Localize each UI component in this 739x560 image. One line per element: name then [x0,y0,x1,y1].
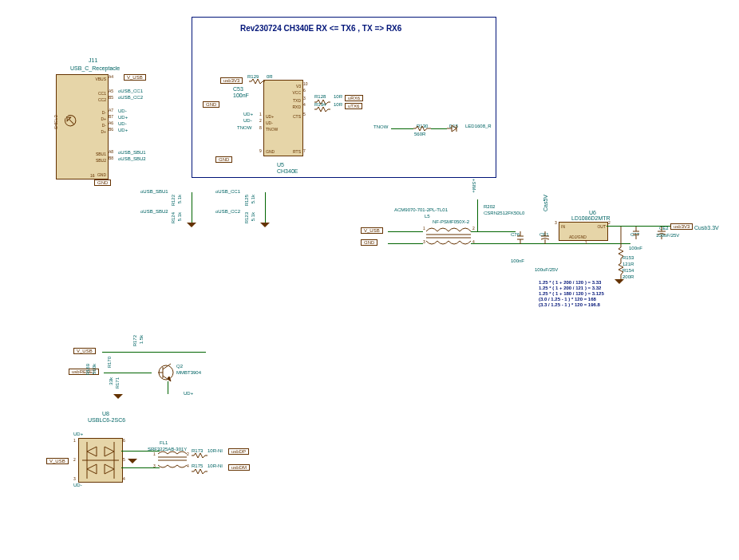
net-udp: UD+ [118,115,128,120]
shield-lbl: SHIELD [53,115,58,129]
r122v: 5.1k [177,195,182,203]
p-gnd: GND [97,172,106,177]
cas5v: Cas5V [543,195,548,211]
r122: R122 [171,195,176,206]
p-dp: D+ [101,116,106,121]
pn-b6: B6 [109,127,113,132]
calc-4: (3.3 / 1.25 - 1 ) * 120 = 196.8 [539,302,604,308]
net-sbu2: oUSB_SBU2 [118,156,146,161]
gnd-icon [260,223,270,227]
q2n: MMBT3904 [176,370,201,375]
sheet-title: Rev230724 CH340E RX <= TX6 , TX => RX6 [240,24,401,33]
tvs-diodes-icon [82,442,119,479]
reg-body: IN OUT ADJ/GND [559,222,608,241]
wire [477,199,478,231]
pn-a5: A5 [109,89,113,93]
esd-p5: 5 [123,457,125,462]
rst-ud: UD+ [184,391,193,396]
pn-a4: A4 [109,74,113,79]
calc-2: 1.25 * ( 1 + 180 / 120 ) = 3.125 [539,291,604,297]
ch-gndnet: GND [203,101,219,108]
c53: C53 [233,86,243,92]
r169: R169 [85,364,90,375]
ch340-body: V3 VCC TXD RXD CTS UD+ UD- TNOW GND RTS [263,80,303,156]
usb-icon: ⎋ [65,108,76,131]
usb-name: USB_C_Receptacle [70,65,120,71]
r130v: 560R [414,132,425,136]
rst-vusb: V_USB [73,348,96,354]
esd-p6: 6 [123,438,125,443]
p-cc2: CC2 [98,97,106,102]
psu-vusb: V_USB [361,227,383,234]
r202: R202 [484,204,495,209]
r123: R123 [244,212,249,223]
ch-tnow: TNOW [266,127,278,132]
psu-cls: Cusb3.3V [694,225,719,231]
gnd-icon [615,279,624,284]
resistor-icon [314,107,330,112]
polarized-cap-icon [541,231,549,244]
r175: R175 [192,463,203,468]
p-dn2: D- [102,123,106,128]
cm-p3: 3 [423,239,425,244]
r171: R171 [115,377,120,388]
capacitor-icon [633,227,639,239]
pn-rxd: 4 [303,102,306,107]
sim-flag: +SIM+ [472,179,476,193]
resistor-icon [192,453,207,458]
wire [265,192,266,223]
pn-txd: 3 [303,96,306,101]
common-mode-choke-icon [426,225,471,247]
r170: R170 [107,357,112,368]
r125v: 5.1k [251,195,255,203]
ch-rxd: RXD [292,105,301,109]
q2: Q2 [176,364,183,369]
calc-1: 1.25 * ( 1 + 200 / 121 ) = 3.32 [539,286,604,291]
p-sbu1: SBU1 [96,152,106,156]
net-urx6: uRX6 [345,95,363,101]
gnd-icon [128,459,137,463]
pn-b8: B8 [109,156,113,160]
resistor-icon [192,469,207,474]
ch-v33net: usb3V3 [220,77,243,84]
c76v: 100nF [511,258,524,263]
wire [168,381,168,394]
capacitor-icon [517,231,524,244]
usb-c-body: SHIELD ⎋ VBUS CC1 CC2 D- D+ D- D+ SBU1 S… [56,74,109,179]
r128v: 10R [334,94,342,99]
r171v: 33k [109,377,113,385]
ch-gnd: GND [266,149,275,154]
reg-name: LD1086D2MTR [571,215,611,221]
net-vusb: V_USB [124,74,146,81]
ch-rts: RTS [293,149,301,154]
pn-in: 3 [555,220,557,225]
pn-udp: 1 [259,112,262,116]
esd-ref: U8 [102,411,109,416]
net-cc2: oUSB_CC2 [118,95,143,100]
wire [388,243,423,244]
filter-icon [158,449,187,470]
cc1: oUSB_CC1 [215,189,240,194]
pn-rts: 7 [303,148,306,153]
net-udm: UD- [118,108,127,113]
cm-p2: 2 [472,226,475,231]
c53v: 100nF [233,93,249,98]
pn-vcc: 6 [303,88,306,93]
r172v: 1.5k [139,335,144,344]
wire [391,128,413,129]
fl-p3: 3 [153,463,156,468]
esd-p1: 1 [73,438,76,443]
pn-tnow: 8 [259,125,262,130]
ch-vcc: VCC [292,90,301,95]
reg-in: IN [561,224,565,229]
cm-sub: NF-PSMF050X-2 [433,219,469,224]
r154: R154 [622,268,634,273]
r125: R125 [244,195,249,206]
r169v: 510k [92,364,97,374]
r154v: 200R [622,274,634,279]
net-cc1: oUSB_CC1 [118,89,143,93]
reg-ref: U6 [589,210,596,215]
lbl-tnow: TNOW [237,125,251,130]
esd-udm: UD- [73,483,82,487]
esd-name: USBLC6-2SC6 [88,417,125,423]
